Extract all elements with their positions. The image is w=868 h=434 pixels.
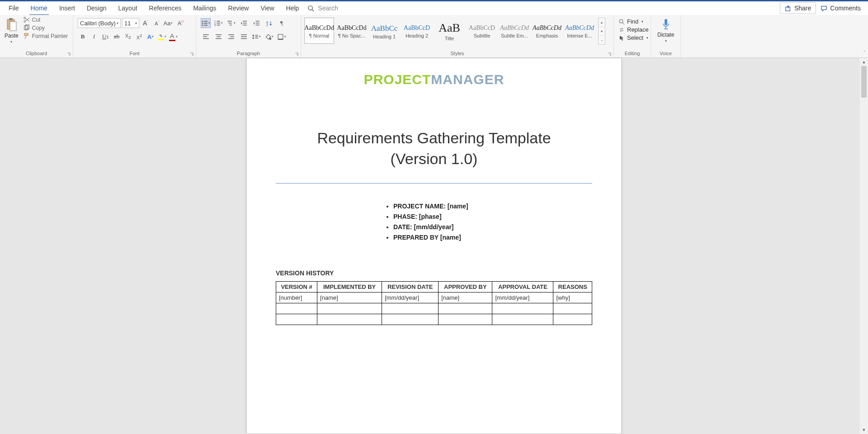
text-effects-button[interactable]: A▾ [146,32,156,42]
clipboard-dialog-launcher[interactable] [66,52,71,57]
italic-button[interactable]: I [89,32,99,42]
multilevel-list-button[interactable]: ▾ [226,18,236,28]
style-subtitle[interactable]: AaBbCcDSubtitle [467,18,497,44]
tab-layout[interactable]: Layout [113,1,143,15]
style-title[interactable]: AaBTitle [434,18,464,44]
document-canvas[interactable]: PROJECTMANAGER Requirements Gathering Te… [0,58,868,434]
bucket-icon [264,33,271,40]
align-center-button[interactable] [213,32,223,42]
format-painter-button[interactable]: Format Painter [23,33,68,39]
style-intense-emphasis[interactable]: AaBbCcDdIntense E... [565,18,594,44]
tab-help[interactable]: Help [280,1,305,15]
borders-button[interactable]: ▾ [277,32,287,42]
ribbon: Paste ▾ Cut Copy Format Painter [0,15,868,58]
svg-rect-27 [243,23,247,23]
share-button[interactable]: Share [780,2,816,14]
paste-button[interactable]: Paste ▾ [2,17,21,44]
select-button[interactable]: Select▾ [618,34,649,41]
svg-rect-50 [278,34,283,39]
tab-view[interactable]: View [255,1,280,15]
sort-button[interactable]: AZ [264,18,274,28]
change-case-button[interactable]: Aa▾ [163,18,173,28]
tab-file[interactable]: File [3,1,25,15]
underline-button[interactable]: U▾ [100,32,110,42]
svg-point-52 [619,19,623,23]
style-heading-1[interactable]: AaBbCcHeading 1 [369,18,399,44]
scroll-up-button[interactable]: ▲ [860,58,868,66]
grow-font-button[interactable]: Aˆ [141,18,151,28]
numbering-button[interactable]: 123▾ [213,18,223,28]
svg-rect-40 [228,34,234,35]
numbering-icon: 123 [214,20,221,27]
version-history-table: VERSION # IMPLEMENTED BY REVISION DATE A… [276,281,592,325]
align-left-button[interactable] [201,32,211,42]
shading-button[interactable]: ▾ [264,32,274,42]
bullets-button[interactable]: ▾ [201,18,211,28]
svg-rect-30 [255,23,259,23]
font-name-select[interactable]: Calibri (Body)▾ [78,18,121,28]
font-size-select[interactable]: 11▾ [122,18,139,28]
decrease-indent-button[interactable] [239,18,249,28]
svg-text:Z: Z [266,23,268,26]
collapse-ribbon-button[interactable]: ˆ [863,50,865,56]
align-right-button[interactable] [226,32,236,42]
page[interactable]: PROJECTMANAGER Requirements Gathering Te… [246,58,622,434]
svg-rect-14 [204,23,208,24]
tab-mailings[interactable]: Mailings [187,1,222,15]
svg-rect-43 [241,34,247,35]
line-spacing-icon [252,33,259,40]
cut-button[interactable]: Cut [23,16,68,23]
tab-home[interactable]: Home [25,1,53,15]
scroll-down-button[interactable]: ▼ [860,426,868,434]
justify-icon [241,33,247,40]
svg-text:3: 3 [214,24,216,26]
replace-button[interactable]: Replace [618,26,649,33]
copy-button[interactable]: Copy [23,24,68,31]
styles-gallery-scroll[interactable]: ▴▾⌄ [598,18,605,45]
group-clipboard: Paste ▾ Cut Copy Format Painter [0,15,73,57]
increase-indent-button[interactable] [251,18,261,28]
align-center-icon [215,33,222,40]
style-subtle-emphasis[interactable]: AaBbCcDdSubtle Em... [500,18,529,44]
svg-rect-44 [241,36,247,37]
line-spacing-button[interactable]: ▾ [251,32,261,42]
comments-button[interactable]: Comments [816,3,865,14]
bullet-date: DATE: [mm/dd/year] [393,222,592,232]
style-no-spacing[interactable]: AaBbCcDd¶ No Spac... [337,18,367,44]
find-button[interactable]: Find▾ [618,18,649,25]
strikethrough-button[interactable]: ab [112,32,122,42]
justify-button[interactable] [239,32,249,42]
style-heading-2[interactable]: AaBbCcDHeading 2 [402,18,432,44]
svg-rect-28 [243,24,247,25]
group-paragraph: ▾ 123▾ ▾ AZ ¶ ▾ ▾ ▾ Para [196,15,301,57]
dictate-button[interactable]: Dictate ▾ [653,16,679,45]
microphone-icon [662,18,670,31]
svg-rect-39 [216,38,222,38]
tab-insert[interactable]: Insert [53,1,81,15]
font-color-button[interactable]: A▾ [168,32,178,42]
group-editing: Find▾ Replace Select▾ Editing [614,15,651,57]
style-emphasis[interactable]: AaBbCcDdEmphasis [532,18,562,44]
subscript-button[interactable]: X2 [123,32,133,42]
table-row [276,314,592,325]
replace-icon [618,27,625,33]
vertical-scrollbar[interactable]: ▲ ▼ [860,58,868,434]
tell-me-search[interactable]: Search [307,5,338,12]
scroll-thumb[interactable] [861,66,867,98]
tab-design[interactable]: Design [81,1,113,15]
show-marks-button[interactable]: ¶ [277,18,287,28]
highlight-button[interactable]: ✎▾ [157,32,167,42]
font-dialog-launcher[interactable] [189,52,194,57]
tab-references[interactable]: References [143,1,188,15]
bold-button[interactable]: B [78,32,88,42]
superscript-button[interactable]: X2 [134,32,144,42]
shrink-font-button[interactable]: Aˇ [152,18,162,28]
title-rule [276,183,592,184]
styles-dialog-launcher[interactable] [607,52,612,57]
svg-rect-5 [10,22,16,31]
clear-formatting-button[interactable]: A◇ [175,18,184,28]
tab-review[interactable]: Review [222,1,255,15]
svg-point-15 [202,24,203,26]
style-normal[interactable]: AaBbCcDd¶ Normal [304,18,334,44]
paragraph-dialog-launcher[interactable] [294,52,299,57]
